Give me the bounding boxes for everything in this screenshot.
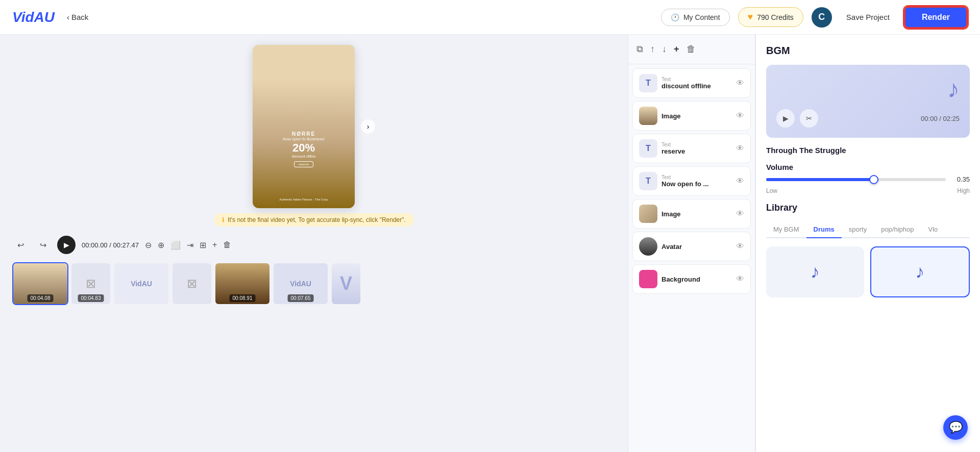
add-layer-icon[interactable]: +	[672, 42, 681, 57]
player-controls: ▶ ✂ 00:00 / 02:25	[776, 109, 960, 128]
tab-pop-hiphop[interactable]: pop/hiphop	[874, 221, 921, 238]
split-icon[interactable]: ⬜	[170, 240, 181, 250]
preview-background	[253, 45, 355, 208]
warning-text: It's not the final video yet, To get acc…	[228, 216, 406, 223]
layer-visibility-icon[interactable]: 👁	[736, 111, 744, 120]
layer-item[interactable]: Avatar 👁	[632, 232, 751, 261]
duplicate-icon[interactable]: ⧉	[634, 42, 645, 57]
back-arrow-icon: ‹	[67, 13, 69, 21]
track-item[interactable]: 00:04.08	[12, 262, 68, 305]
layer-item[interactable]: T Text Now open fo ... 👁	[632, 166, 751, 196]
track-item[interactable]: ⊠	[172, 262, 212, 305]
main-layout: NØRRE Now open fo Business! 20% discount…	[0, 35, 980, 452]
preview-bottom-text: Authentic Italian Flavors - The Cozy	[253, 198, 355, 201]
next-scene-button[interactable]: ›	[361, 119, 375, 134]
save-project-button[interactable]: Save Project	[840, 13, 896, 21]
layer-visibility-icon[interactable]: 👁	[736, 177, 744, 186]
music-note-icon: ♪	[776, 75, 960, 103]
layer-background-icon	[639, 270, 657, 288]
track-duration: 00:04.83	[78, 294, 104, 302]
track-duration: 00:07.65	[288, 294, 314, 302]
header: VidAU ‹ Back 🕐 My Content ♥ 790 Credits …	[0, 0, 980, 35]
back-button[interactable]: ‹ Back	[67, 13, 88, 21]
preview-reserve: reserve	[294, 161, 313, 167]
volume-slider-fill	[766, 178, 874, 181]
warning-icon: ℹ	[222, 216, 225, 223]
volume-value: 0.35	[952, 175, 970, 183]
layer-info: Text reserve	[662, 142, 732, 155]
my-content-button[interactable]: 🕐 My Content	[661, 9, 730, 26]
volume-low-label: Low	[766, 187, 777, 194]
render-button[interactable]: Render	[904, 6, 968, 29]
time-display: 00:00.00 / 00:27.47	[82, 241, 139, 249]
credits-button[interactable]: ♥ 790 Credits	[738, 7, 803, 27]
library-music-note-icon: ♪	[811, 261, 820, 283]
bgm-player: ♪ ▶ ✂ 00:00 / 02:25	[766, 65, 970, 138]
track-item[interactable]: ⊠ 00:04.83	[70, 262, 111, 305]
move-down-icon[interactable]: ↓	[660, 42, 669, 57]
preview-subtitle: Now open fo Business!	[253, 137, 355, 141]
tab-sporty[interactable]: sporty	[842, 221, 874, 238]
bgm-track-name: Through The Struggle	[766, 146, 970, 155]
layer-type: Text	[662, 142, 732, 147]
track-item[interactable]: VidAU 00:07.65	[273, 262, 329, 305]
volume-row: 0.35	[766, 175, 970, 183]
library-items: ♪ ♪	[766, 246, 970, 297]
layer-text-icon: T	[639, 139, 657, 158]
tab-drums[interactable]: Drums	[806, 221, 842, 238]
bgm-play-button[interactable]: ▶	[776, 109, 795, 128]
layers-panel: ⧉ ↑ ↓ + 🗑 T Text discount offline 👁	[628, 35, 755, 452]
play-button[interactable]: ▶	[57, 236, 76, 254]
layer-type: Text	[662, 77, 732, 82]
chat-button[interactable]: 💬	[943, 415, 968, 440]
layer-item[interactable]: Image 👁	[632, 199, 751, 229]
align-icon[interactable]: ⇥	[187, 240, 193, 250]
volume-slider[interactable]	[766, 178, 946, 181]
vidau-logo: VidAU	[131, 280, 152, 288]
tab-my-bgm[interactable]: My BGM	[766, 221, 806, 238]
layer-visibility-icon[interactable]: 👁	[736, 79, 744, 88]
layer-text-icon: T	[639, 74, 657, 92]
layer-avatar-preview	[639, 237, 657, 256]
undo-button[interactable]: ↩	[12, 237, 29, 253]
layer-item[interactable]: T Text discount offline 👁	[632, 68, 751, 98]
bgm-scissors-button[interactable]: ✂	[800, 109, 818, 128]
zoom-in-icon[interactable]: ⊕	[158, 240, 164, 250]
track-item[interactable]: 00:08.91	[214, 262, 271, 305]
heart-icon: ♥	[748, 12, 753, 22]
move-up-icon[interactable]: ↑	[648, 42, 657, 57]
delete-clip-icon[interactable]: 🗑	[223, 240, 231, 249]
timeline-area: ↩ ↪ ▶ 00:00.00 / 00:27.47 ⊖ ⊕ ⬜ ⇥ ⊞ + 🗑	[12, 233, 616, 305]
layer-item[interactable]: T Text reserve 👁	[632, 134, 751, 163]
layer-type: Text	[662, 174, 732, 180]
track-item[interactable]: VidAU	[113, 262, 169, 305]
layer-visibility-icon[interactable]: 👁	[736, 274, 744, 284]
delete-layer-icon[interactable]: 🗑	[684, 42, 698, 57]
credits-label: 790 Credits	[757, 13, 794, 21]
tab-vlo[interactable]: Vlo	[921, 221, 945, 238]
layer-name: Now open fo ...	[662, 180, 732, 188]
layer-name: Background	[662, 275, 732, 283]
layer-item[interactable]: Background 👁	[632, 264, 751, 294]
layer-visibility-icon[interactable]: 👁	[736, 144, 744, 153]
track-item[interactable]: V	[331, 262, 361, 305]
add-clip-icon[interactable]: +	[212, 240, 217, 249]
redo-button[interactable]: ↪	[35, 237, 51, 253]
vidau-logo-2: VidAU	[290, 280, 311, 288]
warning-bar: ℹ It's not the final video yet, To get a…	[214, 213, 414, 227]
volume-slider-thumb[interactable]	[869, 175, 878, 184]
zoom-out-icon[interactable]: ⊖	[145, 240, 152, 250]
layer-visibility-icon[interactable]: 👁	[736, 242, 744, 251]
layer-item[interactable]: Image 👁	[632, 101, 751, 131]
layer-visibility-icon[interactable]: 👁	[736, 209, 744, 218]
preview-desc: discount offline	[253, 155, 355, 158]
insert-icon[interactable]: ⊞	[200, 240, 206, 250]
avatar[interactable]: C	[812, 7, 832, 28]
layer-name: Image	[662, 210, 732, 218]
chat-icon: 💬	[949, 421, 963, 434]
layer-text-icon: T	[639, 172, 657, 190]
library-item[interactable]: ♪	[766, 246, 864, 297]
library-item-selected[interactable]: ♪	[870, 246, 970, 297]
video-preview: NØRRE Now open fo Business! 20% discount…	[253, 45, 355, 208]
preview-brand: NØRRE	[253, 131, 355, 137]
